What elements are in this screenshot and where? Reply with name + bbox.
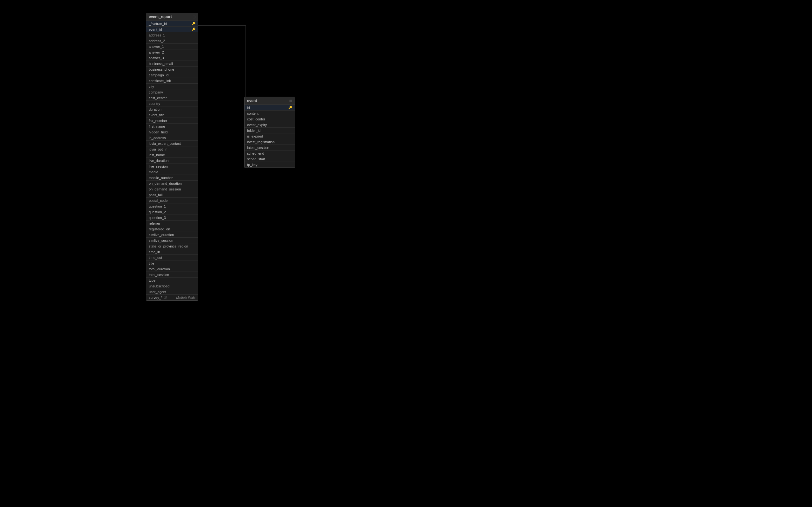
table-row[interactable]: ip_address [146,135,198,141]
table-row[interactable]: mobile_number [146,175,198,181]
table-row[interactable]: state_or_province_region [146,243,198,249]
table-row[interactable]: sched_end [245,151,295,156]
table-row[interactable]: question_2 [146,209,198,215]
info-icon[interactable]: ⓘ [164,295,167,300]
table-row[interactable]: postal_code [146,198,198,204]
table-row[interactable]: time_out [146,255,198,261]
table-row[interactable]: hidden_field [146,129,198,135]
table-row[interactable]: address_2 [146,38,198,44]
connector-lines [0,0,812,507]
table-row[interactable]: is_expired [245,133,295,139]
table-row[interactable]: total_session [146,272,198,278]
event-table-header[interactable]: event ⊞ [245,97,295,105]
table-row[interactable]: business_email [146,61,198,66]
table-row[interactable]: duration [146,107,198,112]
table-row[interactable]: iqvia_opt_in [146,147,198,152]
table-row[interactable]: folder_id [245,128,295,133]
table-row[interactable]: registered_on [146,226,198,232]
table-row[interactable]: title [146,261,198,266]
table-row[interactable]: campaign_id [146,72,198,78]
table-row[interactable]: referrer [146,221,198,226]
table-row[interactable]: tp_key [245,162,295,168]
key-icon: 🔑 [192,22,195,25]
table-row[interactable]: question_3 [146,215,198,221]
survey-row[interactable]: survey_* ⓘ Multiple fields [146,295,198,300]
event-report-table-header[interactable]: event_report ⊞ [146,13,198,21]
key-icon: 🔑 [288,106,292,109]
table-row[interactable]: latest_session [245,145,295,151]
table-row[interactable]: content [245,111,295,116]
table-row[interactable]: country [146,101,198,107]
table-row[interactable]: time_in [146,249,198,255]
event-report-table: event_report ⊞ _fivetran_id 🔑 event_id 🔑… [146,13,198,301]
table-row[interactable]: latest_registration [245,139,295,145]
table-row[interactable]: unsubscribed [146,283,198,289]
table-row[interactable]: on_demand_duration [146,181,198,186]
table-row[interactable]: cost_center [245,116,295,122]
event-table-title: event [247,99,257,103]
table-row[interactable]: address_1 [146,32,198,38]
event-edit-icon[interactable]: ⊞ [289,99,292,103]
table-row[interactable]: total_duration [146,266,198,272]
table-row[interactable]: live_session [146,164,198,169]
table-row[interactable]: _fivetran_id 🔑 [146,21,198,26]
table-row[interactable]: live_duration [146,158,198,164]
event-report-edit-icon[interactable]: ⊞ [193,15,195,19]
table-row[interactable]: event_id 🔑 [146,26,198,32]
table-row[interactable]: question_1 [146,204,198,209]
table-row[interactable]: id 🔑 [245,105,295,111]
table-row[interactable]: media [146,169,198,175]
table-row[interactable]: business_phone [146,66,198,72]
table-row[interactable]: iqvia_expert_contact [146,141,198,147]
table-row[interactable]: simlive_session [146,238,198,243]
canvas: event_report ⊞ _fivetran_id 🔑 event_id 🔑… [0,0,812,507]
table-row[interactable]: pass_fail [146,192,198,198]
table-row[interactable]: type [146,278,198,283]
table-row[interactable]: first_name [146,124,198,129]
table-row[interactable]: user_agent [146,289,198,295]
table-row[interactable]: company [146,89,198,95]
table-row[interactable]: event_title [146,112,198,118]
event-table: event ⊞ id 🔑 content cost_center event_e… [244,97,295,168]
event-report-table-title: event_report [149,14,172,19]
table-row[interactable]: last_name [146,152,198,158]
table-row[interactable]: event_expiry [245,122,295,128]
table-row[interactable]: answer_1 [146,44,198,49]
table-row[interactable]: on_demand_session [146,186,198,192]
table-row[interactable]: city [146,83,198,89]
table-row[interactable]: fax_number [146,118,198,124]
table-row[interactable]: sched_start [245,156,295,162]
table-row[interactable]: answer_2 [146,49,198,55]
table-row[interactable]: answer_3 [146,55,198,61]
key-icon: 🔑 [192,27,195,31]
survey-left: survey_* ⓘ [149,295,167,300]
table-row[interactable]: cost_center [146,95,198,101]
table-row[interactable]: simlive_duration [146,232,198,238]
table-row[interactable]: certificate_link [146,78,198,83]
